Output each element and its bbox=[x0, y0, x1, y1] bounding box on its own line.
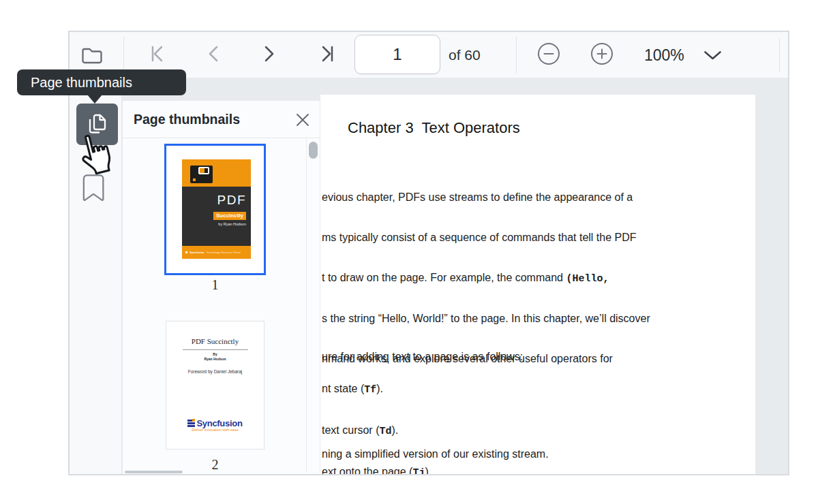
first-page-icon bbox=[148, 44, 167, 63]
first-page-button[interactable] bbox=[147, 43, 168, 65]
title-page-author: Ryan Hodson bbox=[166, 357, 264, 361]
cover-footer-brand: Syncfusion bbox=[190, 251, 204, 254]
page-count-label: of 60 bbox=[449, 32, 481, 78]
syncfusion-logo-mark bbox=[187, 420, 195, 427]
document-paragraph: ning a simplified version of our existin… bbox=[322, 422, 549, 474]
scrollbar-track bbox=[306, 138, 307, 472]
thumbnail-panel: Page thumbnails bbox=[122, 100, 320, 474]
toolbar-separator bbox=[779, 38, 780, 72]
next-page-button[interactable] bbox=[259, 43, 279, 65]
page-thumbnail-2[interactable]: PDF Succinctly By Ryan Hodson Foreword b… bbox=[166, 321, 264, 450]
last-page-button[interactable] bbox=[317, 43, 337, 65]
thumbnail-page-number-1: 1 bbox=[164, 277, 266, 293]
title-page-rule bbox=[183, 349, 248, 350]
chevron-down-icon bbox=[703, 50, 722, 61]
close-panel-button[interactable] bbox=[294, 111, 312, 129]
title-page-title: PDF Succinctly bbox=[166, 337, 264, 345]
document-text-line: t to draw on the page. For example, the … bbox=[322, 270, 650, 285]
thumbnail-panel-title: Page thumbnails bbox=[134, 112, 240, 127]
zoom-in-button[interactable] bbox=[589, 41, 615, 67]
page-number-input[interactable] bbox=[354, 35, 440, 74]
pdf-viewer-window: of 60 100% bbox=[68, 31, 789, 475]
cover-art: PDF Succinctly by Ryan Hodson Syncfusion… bbox=[182, 159, 251, 259]
syncfusion-tagline: Deliver innovation with ease bbox=[166, 428, 264, 432]
cover-title: PDF bbox=[182, 193, 246, 208]
zoom-out-icon bbox=[536, 42, 561, 66]
toolbar-separator bbox=[516, 37, 517, 74]
next-page-icon bbox=[260, 44, 278, 63]
previous-page-icon bbox=[204, 44, 222, 63]
cover-footer-note: Technology Resource Portal bbox=[207, 251, 241, 254]
thumbnail-page-number-2: 2 bbox=[164, 457, 266, 473]
syncfusion-logo-text: Syncfusion bbox=[196, 418, 242, 428]
page-thumbnail-1[interactable]: PDF Succinctly by Ryan Hodson Syncfusion… bbox=[164, 144, 266, 275]
document-text-line: nt state (Tf). bbox=[322, 380, 431, 397]
document-text-line: ms typically consist of a sequence of co… bbox=[322, 230, 650, 245]
cover-top-band bbox=[182, 159, 251, 187]
cover-text-block: PDF Succinctly by Ryan Hodson bbox=[182, 187, 251, 246]
title-page-by-label: By bbox=[166, 352, 264, 356]
last-page-icon bbox=[318, 44, 337, 63]
zoom-level-dropdown[interactable]: 100% bbox=[642, 32, 778, 78]
previous-page-button[interactable] bbox=[203, 43, 224, 65]
zoom-in-icon bbox=[590, 42, 614, 66]
floppy-disk-icon bbox=[190, 166, 213, 183]
tooltip-arrow bbox=[87, 95, 102, 104]
document-text-line: ning a simplified version of our existin… bbox=[322, 446, 549, 462]
open-file-button[interactable] bbox=[78, 42, 106, 68]
toolbar-separator bbox=[123, 37, 124, 74]
zoom-level-value: 100% bbox=[644, 32, 684, 78]
thumbnail-panel-header: Page thumbnails bbox=[123, 101, 320, 138]
tooltip: Page thumbnails bbox=[17, 69, 186, 95]
cover-footer: Syncfusion Technology Resource Portal bbox=[182, 246, 251, 259]
document-text-line: evious chapter, PDFs use streams to defi… bbox=[322, 189, 650, 205]
cover-badge: Succinctly bbox=[213, 212, 246, 220]
pdf-page: Chapter 3 Text Operators evious chapter,… bbox=[320, 95, 755, 474]
document-heading: Chapter 3 Text Operators bbox=[348, 119, 520, 137]
vertical-scrollbar-thumb[interactable] bbox=[309, 142, 318, 159]
title-page-art: PDF Succinctly By Ryan Hodson Foreword b… bbox=[166, 321, 264, 449]
cover-byline: by Ryan Hodson bbox=[182, 222, 246, 226]
syncfusion-logo: Syncfusion bbox=[166, 418, 264, 428]
folder-open-icon bbox=[80, 45, 104, 65]
title-page-foreword: Foreword by Daniel Jebaraj bbox=[166, 369, 264, 374]
screenshot-canvas: of 60 100% bbox=[0, 0, 818, 504]
close-icon bbox=[295, 112, 310, 127]
zoom-out-button[interactable] bbox=[536, 41, 562, 67]
